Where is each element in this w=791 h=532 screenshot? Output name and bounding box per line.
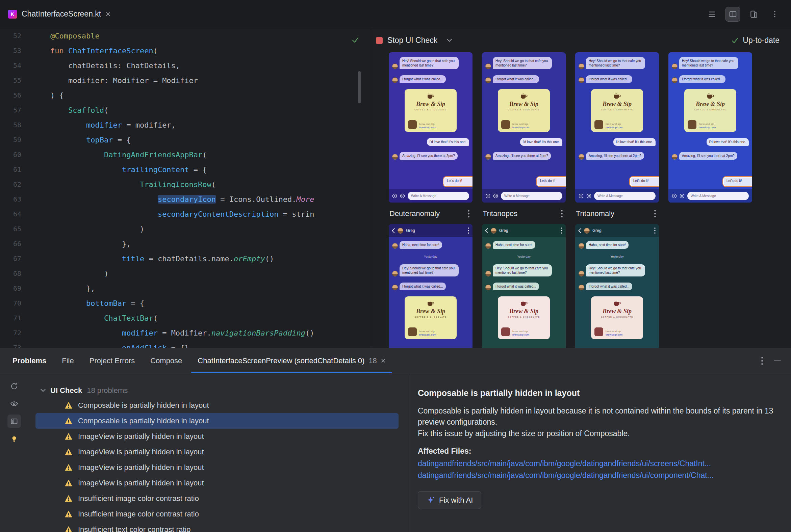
code-line[interactable]: 72 modifier = Modifier.navigationBarsPad…	[0, 325, 371, 340]
code-line[interactable]: 70 bottomBar = {	[0, 296, 371, 310]
chevron-down-icon[interactable]	[40, 389, 45, 392]
line-number: 57	[0, 106, 32, 114]
code-line[interactable]: 59 topBar = {	[0, 132, 371, 147]
code-line[interactable]: 58 modifier = modifier,	[0, 117, 371, 132]
tab-file[interactable]: File	[54, 348, 81, 373]
chat-menu-kebab-icon[interactable]	[654, 227, 656, 234]
code-line[interactable]: 62 TrailingIconsRow(	[0, 177, 371, 192]
back-icon[interactable]	[392, 228, 395, 233]
coffee-card-link[interactable]: brew&sip.com	[606, 333, 623, 336]
preview-phone[interactable]: Greg Haha, next time for sure! Yesterday…	[389, 224, 473, 348]
line-number: 68	[0, 269, 32, 278]
code-line[interactable]: 69 },	[0, 281, 371, 296]
tab-compose[interactable]: Compose	[143, 348, 190, 373]
panel-more-kebab-icon[interactable]	[761, 357, 763, 365]
code-line[interactable]: 71 ChatTextBar(	[0, 310, 371, 325]
coffee-card-link[interactable]: brew&sip.com	[419, 126, 436, 129]
message-input[interactable]: Write A Message	[408, 192, 469, 200]
problem-item[interactable]: ImageView is partially hidden in layout	[35, 460, 399, 475]
problem-item[interactable]: ImageView is partially hidden in layout	[35, 444, 399, 460]
coffee-card-link[interactable]: brew&sip.com	[419, 333, 436, 336]
preview-menu-kebab-icon[interactable]	[560, 210, 563, 218]
warning-icon	[65, 510, 73, 518]
add-icon[interactable]	[392, 193, 397, 198]
code-editor[interactable]: 52@Composable53fun ChatInterfaceScreen(5…	[0, 28, 371, 348]
preview-phone[interactable]: Greg Haha, next time for sure! Yesterday…	[575, 224, 659, 348]
preview-label: Tritanopes	[483, 209, 517, 218]
code-line[interactable]: 56) {	[0, 88, 371, 102]
chat-menu-kebab-icon[interactable]	[560, 227, 563, 234]
code-line[interactable]: 53fun ChatInterfaceScreen(	[0, 43, 371, 58]
message-input[interactable]: Write A Message	[594, 192, 656, 200]
preview-eye-icon[interactable]	[7, 397, 21, 411]
split-editor-icon[interactable]	[725, 7, 740, 22]
preview-phone[interactable]: Hey! Should we go to that cafe you menti…	[575, 52, 659, 203]
inspection-ok-icon[interactable]	[351, 36, 360, 44]
preview-phone[interactable]: Hey! Should we go to that cafe you menti…	[668, 52, 752, 203]
code-line[interactable]: 63 secondaryIcon = Icons.Outlined.More	[0, 192, 371, 207]
problem-item[interactable]: Insufficient image color contrast ratio	[35, 506, 399, 522]
panel-minimize-icon[interactable]	[774, 361, 781, 361]
problems-group-row[interactable]: UI Check 18 problems	[29, 383, 409, 398]
coffee-card-link[interactable]: brew&sip.com	[512, 333, 529, 336]
editor-scrollbar[interactable]	[358, 71, 361, 103]
add-icon[interactable]	[672, 193, 677, 198]
code-line[interactable]: 64 secondaryContentDescription = strin	[0, 207, 371, 222]
code-line[interactable]: 60 DatingAndFriendsAppBar(	[0, 147, 371, 162]
chat-bubble: I forgot what it was called...	[400, 75, 446, 83]
preview-phone[interactable]: Hey! Should we go to that cafe you menti…	[482, 52, 566, 203]
add-icon[interactable]	[578, 193, 584, 198]
coffee-card-link[interactable]: brew&sip.com	[699, 126, 716, 129]
code-line[interactable]: 61 trailingContent = {	[0, 162, 371, 177]
code-line[interactable]: 52@Composable	[0, 28, 371, 43]
code-line[interactable]: 66 },	[0, 236, 371, 251]
editor-tab[interactable]: K ChatInterfaceScreen.kt	[0, 0, 118, 28]
quickfix-bulb-icon[interactable]	[7, 432, 21, 445]
tab-problems[interactable]: Problems	[5, 348, 54, 373]
device-preview-icon[interactable]	[747, 7, 761, 22]
problem-item[interactable]: ImageView is partially hidden in layout	[35, 429, 399, 444]
back-icon[interactable]	[578, 228, 581, 233]
code-line[interactable]: 54 chatDetails: ChatDetails,	[0, 58, 371, 73]
tab-project-errors[interactable]: Project Errors	[82, 348, 143, 373]
emoji-icon[interactable]	[680, 193, 685, 198]
message-input[interactable]: Write A Message	[501, 192, 562, 200]
tab-close-icon[interactable]	[381, 359, 385, 363]
code-line[interactable]: 68 )	[0, 266, 371, 281]
coffee-card-footer: brew and sip brew&sip.com	[501, 120, 547, 129]
chevron-down-icon[interactable]	[447, 39, 452, 42]
preview-menu-kebab-icon[interactable]	[467, 210, 470, 218]
emoji-icon[interactable]	[586, 193, 591, 198]
emoji-icon[interactable]	[400, 193, 405, 198]
fix-with-ai-button[interactable]: Fix with AI	[418, 491, 481, 509]
problem-item[interactable]: Composable is partially hidden in layout	[35, 413, 399, 429]
preview-phone[interactable]: Hey! Should we go to that cafe you menti…	[389, 52, 473, 203]
details-view-icon[interactable]	[7, 415, 21, 428]
preview-menu-kebab-icon[interactable]	[654, 210, 656, 218]
tab-close-icon[interactable]	[106, 12, 110, 17]
problem-item[interactable]: ImageView is partially hidden in layout	[35, 475, 399, 491]
code-line[interactable]: 57 Scaffold(	[0, 102, 371, 117]
back-icon[interactable]	[485, 228, 488, 233]
more-options-icon[interactable]	[767, 7, 782, 22]
affected-file-link[interactable]: datingandfriends/src/main/java/com/ibm/g…	[418, 458, 777, 470]
message-input[interactable]: Write A Message	[687, 192, 749, 200]
code-line[interactable]: 67 title = chatDetails.name.orEmpty()	[0, 251, 371, 266]
code-line[interactable]: 55 modifier: Modifier = Modifier	[0, 73, 371, 88]
problem-item[interactable]: Insufficient image color contrast ratio	[35, 491, 399, 506]
emoji-icon[interactable]	[493, 193, 498, 198]
coffee-card-link[interactable]: brew&sip.com	[606, 126, 623, 129]
coffee-card-link[interactable]: brew&sip.com	[512, 126, 529, 129]
refresh-icon[interactable]	[7, 379, 21, 393]
affected-file-link[interactable]: datingandfriends/src/main/java/com/ibm/g…	[418, 470, 777, 481]
add-icon[interactable]	[485, 193, 491, 198]
code-line[interactable]: 73 onAddClick = {}	[0, 340, 371, 348]
structure-view-icon[interactable]	[704, 7, 719, 22]
stop-ui-check-button[interactable]: Stop UI Check	[376, 36, 437, 45]
tab-chatinterfacescreenpreview-sortedchatdetails-0[interactable]: ChatInterfaceScreenPreview (sortedChatDe…	[190, 348, 393, 373]
problem-item[interactable]: Composable is partially hidden in layout	[35, 398, 399, 413]
code-line[interactable]: 65 )	[0, 222, 371, 236]
chat-menu-kebab-icon[interactable]	[467, 227, 470, 234]
problem-item[interactable]: Insufficient text color contrast ratio	[35, 522, 399, 532]
preview-phone[interactable]: Greg Haha, next time for sure! Yesterday…	[482, 224, 566, 348]
